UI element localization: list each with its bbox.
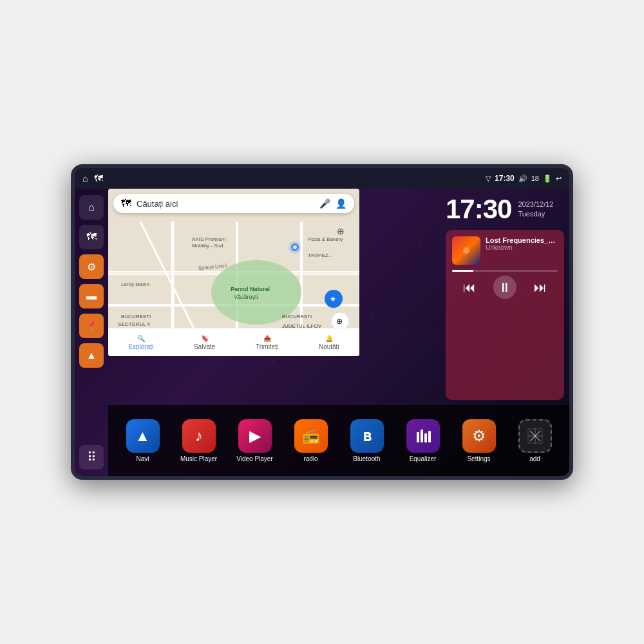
clock-time: 17:30 xyxy=(446,194,511,225)
music-artist: Unknown xyxy=(486,244,558,251)
sidebar-location[interactable]: 📍 xyxy=(79,314,104,338)
explore-label: Explorați xyxy=(128,343,153,350)
radio-label: radio xyxy=(303,455,317,462)
svg-rect-30 xyxy=(417,432,419,442)
send-label: Trimiteți xyxy=(256,343,278,350)
settings-label: Settings xyxy=(467,455,490,462)
svg-point-26 xyxy=(289,241,301,254)
video-player-label: Video Player xyxy=(236,455,273,462)
svg-text:Văcărești: Văcărești xyxy=(234,294,258,300)
left-sidebar: ⌂ 🗺 ⚙ ▬ 📍 ▲ ⠿ xyxy=(75,189,108,476)
nav-icon: ▲ xyxy=(86,350,97,361)
map-search-placeholder[interactable]: Căutați aici xyxy=(137,199,314,209)
navi-icon: ▲ xyxy=(126,419,160,453)
music-progress-bar[interactable] xyxy=(452,270,558,272)
mic-icon[interactable]: 🎤 xyxy=(319,198,330,209)
files-icon: ▬ xyxy=(86,290,97,302)
svg-text:BUCUREȘTI: BUCUREȘTI xyxy=(121,314,151,319)
map-news-tab[interactable]: 🔔 Noutăți xyxy=(319,335,339,350)
sidebar-home[interactable]: ⌂ xyxy=(79,195,104,220)
equalizer-label: Equalizer xyxy=(410,455,437,462)
prev-button[interactable]: ⏮ xyxy=(458,276,481,299)
send-icon: 📤 xyxy=(263,335,271,342)
add-svg xyxy=(526,427,544,445)
saved-icon: 🔖 xyxy=(201,335,209,342)
svg-text:⊕: ⊕ xyxy=(336,317,343,326)
app-video-player[interactable]: ▶ Video Player xyxy=(232,419,278,462)
navi-label: Navi xyxy=(136,455,149,462)
maps-icon: 🗺 xyxy=(86,231,97,243)
google-maps-icon: 🗺 xyxy=(121,198,131,209)
sidebar-maps[interactable]: 🗺 xyxy=(79,225,104,249)
account-icon[interactable]: 👤 xyxy=(336,198,346,209)
svg-text:SECTORUL 4: SECTORUL 4 xyxy=(118,321,150,327)
sidebar-apps[interactable]: ⠿ xyxy=(79,445,104,469)
app-music-player[interactable]: ♪ Music Player xyxy=(176,419,222,462)
music-info: Lost Frequencies_Janie... Unknown xyxy=(452,236,558,265)
next-button[interactable]: ⏭ xyxy=(529,276,552,299)
bluetooth-icon: ʙ xyxy=(350,419,384,453)
svg-text:Pizza & Bakery: Pizza & Bakery xyxy=(308,236,343,242)
back-icon[interactable]: ↩ xyxy=(556,175,562,183)
home-icon: ⌂ xyxy=(88,202,95,213)
map-container[interactable]: 🗺 Căutați aici 🎤 👤 xyxy=(108,189,359,356)
svg-text:AXIS Premium: AXIS Premium xyxy=(192,236,226,242)
svg-text:Leroy Merlin: Leroy Merlin xyxy=(121,281,149,287)
svg-text:Parcul Natural: Parcul Natural xyxy=(231,286,270,292)
saved-label: Salvate xyxy=(194,343,215,350)
location-icon: 📍 xyxy=(85,320,98,332)
clock-date: 2023/12/12 Tuesday xyxy=(518,200,553,220)
battery-icon: 🔋 xyxy=(543,175,552,183)
add-label: add xyxy=(529,455,540,462)
wifi-icon: ▽ xyxy=(486,175,491,183)
svg-text:★: ★ xyxy=(330,295,336,303)
app-bluetooth[interactable]: ʙ Bluetooth xyxy=(345,419,390,462)
news-icon: 🔔 xyxy=(325,335,333,342)
device-frame: ⌂ 🗺 ▽ 17:30 🔊 18 🔋 ↩ ⌂ 🗺 ⚙ ▬ xyxy=(71,164,573,480)
volume-icon: 🔊 xyxy=(518,175,527,183)
music-title: Lost Frequencies_Janie... xyxy=(486,236,556,244)
bluetooth-label: Bluetooth xyxy=(353,455,380,462)
radio-icon: 📻 xyxy=(294,419,328,453)
equalizer-svg xyxy=(414,427,432,445)
explore-icon: 🔍 xyxy=(137,335,145,342)
app-settings[interactable]: ⚙ Settings xyxy=(457,419,502,462)
sidebar-nav[interactable]: ▲ xyxy=(79,343,104,368)
video-player-icon: ▶ xyxy=(238,419,272,453)
play-pause-button[interactable]: ⏸ xyxy=(493,276,516,299)
svg-rect-31 xyxy=(421,430,423,442)
svg-text:TRAPEZ...: TRAPEZ... xyxy=(308,252,332,258)
main-content: ⌂ 🗺 ⚙ ▬ 📍 ▲ ⠿ xyxy=(75,189,569,476)
right-panel: 17:30 2023/12/12 Tuesday Lost Frequencie… xyxy=(440,189,569,405)
status-left: ⌂ 🗺 xyxy=(82,173,103,184)
sidebar-settings[interactable]: ⚙ xyxy=(79,254,104,279)
settings-app-icon: ⚙ xyxy=(462,419,496,453)
maps-status-icon: 🗺 xyxy=(94,173,103,184)
music-player-label: Music Player xyxy=(180,455,217,462)
music-progress-fill xyxy=(452,270,473,272)
status-time: 17:30 xyxy=(495,174,515,183)
news-label: Noutăți xyxy=(319,343,339,350)
app-equalizer[interactable]: Equalizer xyxy=(401,419,446,462)
clock-widget: 17:30 2023/12/12 Tuesday xyxy=(446,194,564,225)
app-grid: ▲ Navi ♪ Music Player ▶ Video Player xyxy=(108,405,569,476)
music-controls: ⏮ ⏸ ⏭ xyxy=(452,276,558,299)
app-add[interactable]: add xyxy=(513,419,558,462)
svg-text:⊕: ⊕ xyxy=(337,226,345,236)
equalizer-icon xyxy=(406,419,440,453)
home-status-icon: ⌂ xyxy=(82,173,88,184)
music-text: Lost Frequencies_Janie... Unknown xyxy=(486,236,558,251)
app-navi[interactable]: ▲ Navi xyxy=(120,419,166,462)
sidebar-files[interactable]: ▬ xyxy=(79,284,104,308)
map-explore-tab[interactable]: 🔍 Explorați xyxy=(128,335,153,350)
map-saved-tab[interactable]: 🔖 Salvate xyxy=(194,335,215,350)
map-send-tab[interactable]: 📤 Trimiteți xyxy=(256,335,278,350)
svg-rect-33 xyxy=(428,431,431,442)
svg-rect-32 xyxy=(424,433,427,442)
apps-grid-icon: ⠿ xyxy=(87,450,97,465)
app-radio[interactable]: 📻 radio xyxy=(289,419,334,462)
battery-level: 18 xyxy=(531,175,539,182)
add-icon xyxy=(518,419,552,453)
map-search-bar[interactable]: 🗺 Căutați aici 🎤 👤 xyxy=(113,194,354,213)
settings-icon: ⚙ xyxy=(87,261,96,273)
